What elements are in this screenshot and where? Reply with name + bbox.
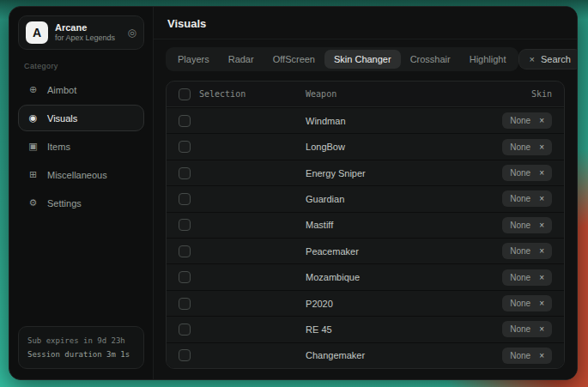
clear-skin-icon[interactable]: × (539, 142, 544, 152)
skin-value: None (510, 351, 530, 360)
clear-skin-icon[interactable]: × (539, 273, 544, 282)
skin-value: None (510, 116, 530, 125)
skin-value: None (510, 221, 530, 230)
skin-value: None (510, 324, 530, 334)
skin-value: None (510, 194, 530, 203)
clear-skin-icon[interactable]: × (539, 116, 544, 125)
sidebar-item-icon: ◉ (27, 112, 39, 124)
app-subtitle: for Apex Legends (55, 33, 115, 43)
weapon-name: Energy Sniper (306, 168, 366, 178)
sidebar-item-label: Visuals (47, 113, 77, 124)
table-row: Energy Sniper None × (167, 160, 564, 185)
tab[interactable]: OffScreen (264, 50, 324, 69)
skin-select[interactable]: None × (502, 348, 552, 364)
clear-skin-icon[interactable]: × (539, 246, 544, 256)
skin-value: None (510, 168, 530, 178)
row-checkbox[interactable] (179, 141, 191, 153)
sub-expires-text: Sub expires in 9d 23h (27, 334, 135, 348)
app-logo: A (26, 21, 48, 44)
skin-value: None (510, 299, 530, 308)
weapon-name: LongBow (306, 142, 345, 152)
clear-skin-icon[interactable]: × (539, 194, 544, 203)
weapon-table: Selection Weapon Skin Windman None × (166, 81, 565, 369)
search-shortcut-icon: × (530, 54, 535, 64)
row-checkbox[interactable] (179, 193, 191, 205)
row-checkbox[interactable] (179, 324, 191, 336)
table-row: P2020 None × (167, 290, 564, 316)
sidebar-item-label: Settings (47, 198, 82, 209)
sidebar-item[interactable]: ⚙ Settings (18, 190, 144, 216)
table-row: Peacemaker None × (167, 238, 564, 263)
sidebar-item[interactable]: ⊕ Aimbot (18, 76, 144, 103)
skin-select[interactable]: None × (502, 112, 552, 129)
selection-column-header: Selection (199, 89, 246, 99)
weapon-column-header: Weapon (306, 89, 336, 99)
weapon-name: Peacemaker (306, 246, 359, 257)
sidebar-item[interactable]: ▣ Items (18, 133, 144, 160)
row-checkbox[interactable] (179, 298, 191, 310)
tab[interactable]: Players (168, 50, 219, 69)
weapon-name: Mozambique (306, 272, 360, 282)
subscription-card: Sub expires in 9d 23h Session duration 3… (18, 326, 144, 369)
clear-skin-icon[interactable]: × (539, 324, 544, 334)
category-label: Category (24, 62, 138, 70)
tab[interactable]: Highlight (460, 50, 516, 69)
sidebar-item-icon: ⊞ (27, 169, 39, 180)
row-checkbox[interactable] (179, 349, 191, 361)
app-window: A Arcane for Apex Legends ◎ Category ⊕ A… (9, 6, 578, 380)
sidebar: A Arcane for Apex Legends ◎ Category ⊕ A… (9, 7, 154, 379)
search-button-label: Search (541, 54, 571, 64)
clear-skin-icon[interactable]: × (539, 351, 544, 360)
row-checkbox[interactable] (179, 271, 191, 283)
tab[interactable]: Crosshair (401, 50, 460, 69)
sidebar-item-icon: ⚙ (27, 197, 39, 209)
sidebar-item-label: Miscellaneous (47, 170, 107, 180)
table-row: Windman None × (167, 107, 564, 133)
skin-select[interactable]: None × (502, 190, 552, 207)
table-header-row: Selection Weapon Skin (167, 82, 564, 107)
tab[interactable]: Radar (219, 50, 264, 69)
skin-select[interactable]: None × (502, 295, 552, 311)
clear-skin-icon[interactable]: × (539, 299, 544, 308)
sidebar-item-icon: ⊕ (27, 84, 39, 95)
app-name: Arcane (55, 22, 115, 34)
weapon-name: Guardian (306, 194, 344, 204)
controls-row: Players Radar OffScreen Skin Changer Cro… (154, 39, 577, 77)
sidebar-item[interactable]: ◉ Visuals (18, 105, 144, 131)
row-checkbox[interactable] (179, 219, 191, 231)
session-duration-text: Session duration 3m 1s (27, 348, 135, 361)
clear-skin-icon[interactable]: × (539, 221, 544, 230)
skin-select[interactable]: None × (502, 269, 552, 286)
weapon-name: RE 45 (306, 324, 332, 335)
clear-skin-icon[interactable]: × (539, 168, 544, 178)
table-body: Windman None × LongBow None × (167, 107, 564, 368)
row-checkbox[interactable] (179, 115, 191, 127)
table-row: Mozambique None × (167, 263, 564, 289)
table-row: RE 45 None × (167, 316, 564, 342)
table-row: Mastiff None × (167, 212, 564, 238)
skin-select[interactable]: None × (502, 217, 552, 233)
skin-value: None (510, 246, 530, 256)
skin-select[interactable]: None × (502, 321, 552, 337)
table-row: Guardian None × (167, 185, 564, 211)
select-all-checkbox[interactable] (179, 88, 191, 100)
app-title-block: Arcane for Apex Legends (55, 22, 115, 44)
weapon-name: Mastiff (306, 220, 333, 230)
weapon-name: Changemaker (306, 350, 365, 360)
sidebar-item-icon: ▣ (27, 141, 39, 152)
sidebar-item[interactable]: ⊞ Miscellaneous (18, 161, 144, 188)
row-checkbox[interactable] (179, 245, 191, 257)
row-checkbox[interactable] (179, 167, 191, 179)
sidebar-nav: ⊕ Aimbot ◉ Visuals ▣ Items ⊞ Miscellaneo… (18, 75, 144, 218)
table-row: Changemaker None × (167, 342, 564, 368)
sidebar-item-label: Items (47, 142, 70, 152)
sidebar-item-label: Aimbot (47, 85, 76, 95)
app-status-icon[interactable]: ◎ (128, 27, 136, 39)
search-button[interactable]: × Search (518, 49, 578, 70)
tab[interactable]: Skin Changer (324, 50, 401, 69)
skin-select[interactable]: None × (502, 243, 552, 259)
table-row: LongBow None × (167, 133, 564, 159)
skin-select[interactable]: None × (502, 165, 552, 181)
main-header: Visuals (154, 7, 577, 39)
skin-select[interactable]: None × (502, 139, 552, 155)
